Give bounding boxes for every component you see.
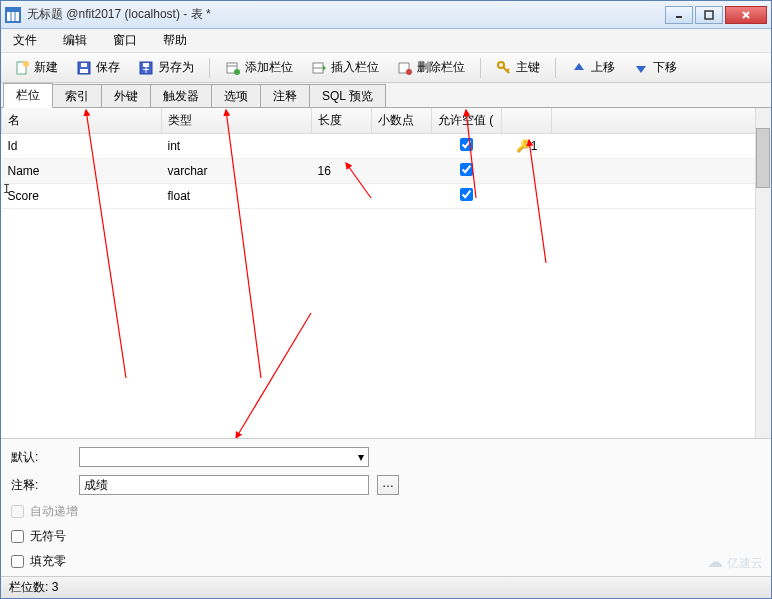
field-properties-panel: 默认: ▾ 注释: … 自动递增 无符号 填充零 — [1, 438, 771, 576]
vertical-scrollbar[interactable] — [755, 108, 771, 438]
nullable-checkbox[interactable] — [460, 188, 473, 201]
cell-length[interactable]: 16 — [312, 159, 372, 184]
cell-key[interactable] — [502, 184, 552, 209]
save-button[interactable]: 保存 — [69, 56, 127, 79]
cell-name[interactable]: Score — [2, 184, 162, 209]
cell-decimals[interactable] — [372, 159, 432, 184]
toolbar: 新建 保存 +另存为 添加栏位 插入栏位 删除栏位 主键 上移 下移 — [1, 53, 771, 83]
app-window: 无标题 @nfit2017 (localhost) - 表 * 文件 编辑 窗口… — [0, 0, 772, 599]
tab-indexes[interactable]: 索引 — [52, 84, 102, 108]
tab-foreignkeys[interactable]: 外键 — [101, 84, 151, 108]
cell-name[interactable]: Id — [2, 134, 162, 159]
content-area: I 名 类型 长度 小数点 允许空值 ( Idint🔑1Namevarchar1… — [1, 107, 771, 576]
unsigned-row[interactable]: 无符号 — [11, 528, 761, 545]
col-type[interactable]: 类型 — [162, 108, 312, 134]
col-key[interactable] — [502, 108, 552, 134]
addfield-label: 添加栏位 — [245, 59, 293, 76]
svg-marker-21 — [323, 65, 326, 71]
cell-nullable[interactable] — [432, 184, 502, 209]
cell-type[interactable]: float — [162, 184, 312, 209]
insertfield-button[interactable]: 插入栏位 — [304, 56, 386, 79]
separator — [209, 58, 210, 78]
cell-key[interactable]: 🔑1 — [502, 134, 552, 159]
primarykey-button[interactable]: 主键 — [489, 56, 547, 79]
key-icon — [496, 60, 512, 76]
titlebar: 无标题 @nfit2017 (localhost) - 表 * — [1, 1, 771, 29]
tab-triggers[interactable]: 触发器 — [150, 84, 212, 108]
addfield-button[interactable]: 添加栏位 — [218, 56, 300, 79]
tab-sqlpreview[interactable]: SQL 预览 — [309, 84, 386, 108]
col-name[interactable]: 名 — [2, 108, 162, 134]
zerofill-checkbox[interactable] — [11, 555, 24, 568]
chevron-down-icon: ▾ — [358, 450, 364, 464]
cell-length[interactable] — [312, 134, 372, 159]
menu-file[interactable]: 文件 — [9, 30, 41, 51]
col-decimals[interactable]: 小数点 — [372, 108, 432, 134]
saveas-label: 另存为 — [158, 59, 194, 76]
table-row[interactable]: Scorefloat — [2, 184, 771, 209]
moveup-button[interactable]: 上移 — [564, 56, 622, 79]
svg-point-18 — [234, 69, 240, 75]
addfield-icon — [225, 60, 241, 76]
svg-line-26 — [507, 69, 509, 71]
cell-name[interactable]: Name — [2, 159, 162, 184]
separator — [480, 58, 481, 78]
cell-spacer — [552, 184, 771, 209]
autoinc-row[interactable]: 自动递增 — [11, 503, 761, 520]
menu-window[interactable]: 窗口 — [109, 30, 141, 51]
cell-key[interactable] — [502, 159, 552, 184]
tab-fields[interactable]: 栏位 — [3, 83, 53, 108]
unsigned-checkbox[interactable] — [11, 530, 24, 543]
cell-type[interactable]: varchar — [162, 159, 312, 184]
svg-line-34 — [236, 313, 311, 438]
unsigned-label: 无符号 — [30, 528, 66, 545]
svg-marker-28 — [636, 66, 646, 73]
arrow-up-icon — [571, 60, 587, 76]
comment-label: 注释: — [11, 477, 71, 494]
comment-more-button[interactable]: … — [377, 475, 399, 495]
svg-point-23 — [406, 69, 412, 75]
svg-rect-5 — [705, 11, 713, 19]
autoinc-label: 自动递增 — [30, 503, 78, 520]
tab-comment[interactable]: 注释 — [260, 84, 310, 108]
cell-spacer — [552, 134, 771, 159]
table-icon — [5, 7, 21, 23]
watermark: ☁ 亿速云 — [707, 552, 763, 572]
cell-length[interactable] — [312, 184, 372, 209]
default-label: 默认: — [11, 449, 71, 466]
nullable-checkbox[interactable] — [460, 138, 473, 151]
nullable-checkbox[interactable] — [460, 163, 473, 176]
default-combo[interactable]: ▾ — [79, 447, 369, 467]
close-button[interactable] — [725, 6, 767, 24]
menu-edit[interactable]: 编辑 — [59, 30, 91, 51]
svg-rect-12 — [80, 69, 88, 73]
cell-decimals[interactable] — [372, 184, 432, 209]
up-label: 上移 — [591, 59, 615, 76]
delfield-icon — [397, 60, 413, 76]
status-fieldcount: 栏位数: 3 — [9, 579, 58, 596]
col-nullable[interactable]: 允许空值 ( — [432, 108, 502, 134]
saveas-icon: + — [138, 60, 154, 76]
cell-nullable[interactable] — [432, 134, 502, 159]
saveas-button[interactable]: +另存为 — [131, 56, 201, 79]
table-row[interactable]: Idint🔑1 — [2, 134, 771, 159]
new-button[interactable]: 新建 — [7, 56, 65, 79]
maximize-button[interactable] — [695, 6, 723, 24]
movedown-button[interactable]: 下移 — [626, 56, 684, 79]
cell-nullable[interactable] — [432, 159, 502, 184]
row-cursor-icon: I — [3, 182, 10, 196]
col-length[interactable]: 长度 — [312, 108, 372, 134]
menu-help[interactable]: 帮助 — [159, 30, 191, 51]
tab-options[interactable]: 选项 — [211, 84, 261, 108]
save-icon — [76, 60, 92, 76]
scrollbar-thumb[interactable] — [756, 128, 770, 188]
delfield-button[interactable]: 删除栏位 — [390, 56, 472, 79]
minimize-button[interactable] — [665, 6, 693, 24]
cell-decimals[interactable] — [372, 134, 432, 159]
cell-type[interactable]: int — [162, 134, 312, 159]
comment-input[interactable] — [79, 475, 369, 495]
table-row[interactable]: Namevarchar16 — [2, 159, 771, 184]
zerofill-row[interactable]: 填充零 — [11, 553, 761, 570]
fields-grid[interactable]: 名 类型 长度 小数点 允许空值 ( Idint🔑1Namevarchar16S… — [1, 108, 771, 209]
autoinc-checkbox[interactable] — [11, 505, 24, 518]
